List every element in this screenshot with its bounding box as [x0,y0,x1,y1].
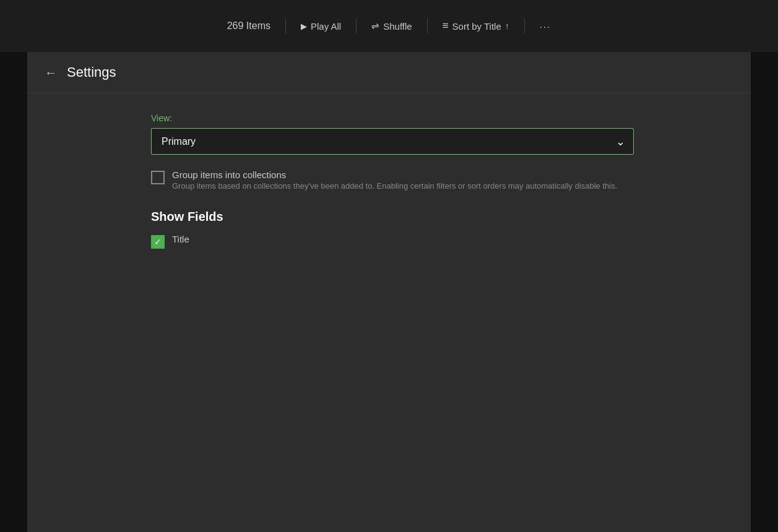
settings-body: View: Primary Detail Table Thumb Poster … [27,93,751,268]
back-button[interactable]: ← [45,66,57,80]
settings-overlay: ← Settings View: Primary Detail Table Th… [27,52,751,532]
items-count: 269 Items [227,20,270,32]
title-field-row: ✓ Title [151,234,627,249]
view-select[interactable]: Primary Detail Table Thumb Poster [151,128,634,155]
sort-button[interactable]: ≡ Sort by Title ↑ [443,20,509,32]
group-collections-row: Group items into collections Group items… [151,169,627,192]
more-icon: ··· [540,21,551,32]
group-collections-label: Group items into collections [172,169,627,180]
group-collections-checkbox[interactable] [151,171,165,184]
view-select-wrapper: Primary Detail Table Thumb Poster ⌄ [151,128,634,155]
title-field-checkbox[interactable]: ✓ [151,235,165,249]
settings-header: ← Settings [27,52,751,93]
play-all-button[interactable]: ▶ Play All [301,21,341,32]
play-icon: ▶ [301,22,307,31]
title-field-label: Title [172,234,627,244]
top-bar: 269 Items ▶ Play All ⇌ Shuffle ≡ Sort by… [0,0,778,52]
show-fields-title: Show Fields [151,210,627,224]
divider-1 [285,19,286,33]
divider-3 [427,19,428,33]
title-field-text: Title [172,234,627,244]
checkmark-icon: ✓ [154,238,162,246]
sort-asc-icon: ↑ [505,21,509,31]
shuffle-icon: ⇌ [371,20,379,32]
shuffle-button[interactable]: ⇌ Shuffle [371,20,412,32]
back-icon: ← [45,66,57,80]
divider-4 [524,19,525,33]
sort-icon: ≡ [443,20,449,32]
view-field-group: View: Primary Detail Table Thumb Poster … [151,113,627,155]
settings-title: Settings [67,64,116,80]
group-collections-desc: Group items based on collections they've… [172,181,617,191]
group-collections-text: Group items into collections Group items… [172,169,627,192]
view-label: View: [151,113,627,123]
more-options-button[interactable]: ··· [540,21,551,32]
divider-2 [356,19,357,33]
